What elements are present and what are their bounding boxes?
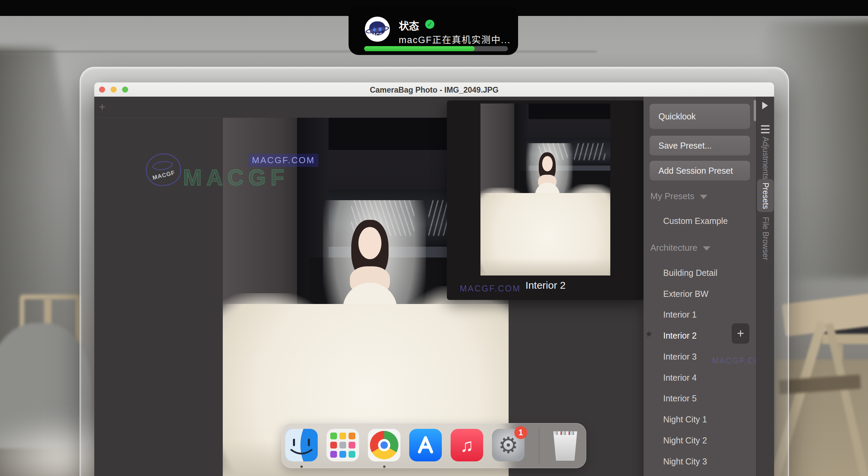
preset-item-selected[interactable]: Interior 2 (663, 331, 697, 341)
presets-sidebar: Quicklook Save Preset... Add Session Pre… (644, 97, 756, 476)
notification-badge: 1 (514, 426, 527, 439)
preset-item[interactable]: Night City 2 (663, 436, 707, 445)
dock-launchpad-icon[interactable] (327, 429, 359, 461)
tab-presets-label: Presets (761, 183, 770, 209)
running-indicator-chrome (383, 465, 386, 468)
watermark-logo-text: MACGF (152, 169, 176, 182)
watermark-logo-ring (152, 160, 173, 171)
star-icon[interactable]: ★ (645, 329, 653, 339)
photo-top-shelf (529, 103, 610, 119)
preset-item[interactable]: Night City 1 (663, 415, 707, 424)
scrollbar-thumb[interactable] (754, 100, 756, 121)
macgf-logo-text: MACGF (365, 32, 390, 37)
photo-hangers (574, 143, 605, 160)
dock-finder-icon[interactable] (285, 429, 318, 461)
add-session-preset-button[interactable]: Add Session Preset (650, 161, 750, 180)
watermark-logo: MACGF (144, 151, 183, 188)
preset-item[interactable]: Interior 4 (663, 373, 697, 383)
banner-title: 状态 (399, 18, 419, 33)
side-tabstrip: Adjustments Presets File Browser (756, 97, 774, 476)
dock-trash-icon[interactable] (552, 430, 579, 461)
new-tab-icon[interactable]: + (99, 101, 105, 112)
photo-face (358, 227, 381, 259)
dock-chrome-icon[interactable] (368, 429, 400, 461)
dock-music-icon[interactable]: ♫ (451, 429, 483, 461)
chevron-down-icon (700, 195, 707, 199)
group-header-architecture[interactable]: Architecture (650, 243, 710, 253)
dock-separator (539, 427, 539, 465)
preview-photo (480, 103, 610, 275)
dock: ♫ ⚙ 1 (281, 423, 586, 468)
dock-settings-icon[interactable]: ⚙ 1 (492, 429, 525, 461)
preset-item[interactable]: Building Detail (663, 268, 717, 278)
tab-presets[interactable]: Presets (757, 179, 774, 212)
running-indicator-finder (300, 465, 303, 468)
preset-item[interactable]: Interior 1 (663, 310, 697, 320)
photo-floor-glow (480, 258, 610, 275)
watermark-popup: MACGF.COM (460, 284, 521, 293)
window-title: CameraBag Photo - IMG_2049.JPG (94, 85, 774, 95)
chevron-down-icon (703, 246, 710, 251)
preset-preview-popup: Interior 2 MACGF.COM (447, 100, 644, 300)
progress-fill (364, 46, 475, 51)
preset-item-custom-example[interactable]: Custom Example (663, 216, 728, 226)
macgf-logo-icon: MACGF (365, 17, 390, 42)
dock-appstore-icon[interactable] (409, 429, 442, 461)
menu-icon[interactable] (761, 125, 770, 135)
collapse-panel-icon[interactable] (762, 102, 768, 109)
preset-item[interactable]: Interior 3 (663, 352, 697, 362)
photo-face (542, 156, 553, 172)
group-header-my-presets[interactable]: My Presets (650, 191, 707, 202)
watermark-big: MACGF (183, 165, 289, 190)
group-header-label: My Presets (650, 191, 694, 202)
banner-message: macGF正在真机实测中... (399, 33, 511, 46)
quicklook-button[interactable]: Quicklook (650, 104, 750, 129)
preset-item[interactable]: Exterior BW (663, 289, 708, 299)
tab-adjustments[interactable]: Adjustments (756, 139, 774, 177)
group-header-label: Architecture (650, 243, 697, 253)
progress-track (364, 46, 508, 51)
add-preset-button[interactable]: + (732, 323, 749, 344)
window-titlebar[interactable]: CameraBag Photo - IMG_2049.JPG (94, 82, 774, 97)
status-banner: MACGF 状态 ✓ macGF正在真机实测中... (349, 5, 518, 55)
window-content: + MACGF MACGF.COM MACGF (94, 97, 774, 476)
check-icon: ✓ (425, 20, 434, 29)
trash-contents (554, 430, 577, 435)
camerabag-window: CameraBag Photo - IMG_2049.JPG + (94, 82, 774, 476)
preset-item[interactable]: Interior 5 (663, 394, 697, 403)
music-note-glyph: ♫ (460, 435, 474, 456)
save-preset-button[interactable]: Save Preset... (650, 136, 750, 155)
tab-file-browser[interactable]: File Browser (756, 215, 774, 262)
preset-item[interactable]: Night City 3 (663, 457, 707, 467)
